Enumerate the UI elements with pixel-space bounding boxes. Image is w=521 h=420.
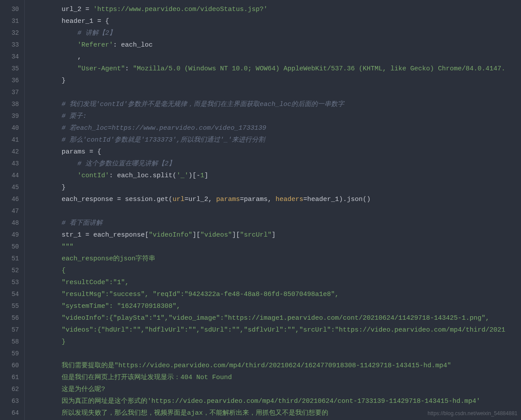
code-token: ( (172, 172, 176, 179)
code-line[interactable]: "User-Agent": "Mozilla/5.0 (Windows NT 1… (30, 63, 521, 75)
code-token: 这是为什么呢? (62, 386, 105, 393)
code-line[interactable]: "videos":{"hdUrl":"","hdflvUrl":"","sdUr… (30, 324, 521, 336)
code-token: , (77, 53, 81, 61)
line-number: 33 (0, 39, 24, 51)
code-line[interactable]: # 讲解【2】 (30, 27, 521, 39)
code-token: , (208, 196, 216, 203)
code-token: "videos" (200, 231, 232, 239)
code-token: } (62, 77, 66, 84)
code-token: url_2 (188, 196, 208, 203)
line-number: 57 (0, 324, 24, 336)
code-token: 所以发现失败了，那么我们想，视频界面是ajax，不能解析出来，用抓包又不是我们想… (62, 409, 328, 417)
code-line[interactable]: each_response的json字符串 (30, 253, 521, 265)
code-token: # 若each_loc=https://www.pearvideo.com/vi… (62, 124, 266, 132)
line-number: 63 (0, 395, 24, 407)
line-number: 39 (0, 110, 24, 122)
code-token: "resultCode":"1", (62, 279, 129, 286)
line-number: 46 (0, 194, 24, 205)
code-token: ). (339, 196, 347, 203)
code-line[interactable]: 'Referer': each_loc (30, 39, 521, 51)
code-token: get (157, 196, 169, 203)
code-line[interactable]: "systemTime": "1624770918308", (30, 300, 521, 312)
code-line[interactable]: # 栗子: (30, 110, 521, 122)
code-token: "videoInfo":{"playSta":"1","video_image"… (62, 314, 489, 322)
code-line[interactable]: params = { (30, 146, 521, 158)
code-line[interactable] (30, 348, 521, 360)
line-number: 47 (0, 205, 24, 217)
code-token: str_1 (62, 231, 81, 239)
code-token: { (62, 267, 66, 274)
code-line[interactable]: url_2 = 'https://www.pearvideo.com/video… (30, 4, 521, 15)
code-line[interactable]: , (30, 51, 521, 63)
code-line[interactable]: # 若each_loc=https://www.pearvideo.com/vi… (30, 122, 521, 134)
line-number: 43 (0, 158, 24, 170)
line-number: 36 (0, 75, 24, 87)
code-line[interactable]: 'contId': each_loc.split('_')[-1] (30, 170, 521, 182)
code-line[interactable]: "resultMsg":"success", "reqId":"9424322a… (30, 289, 521, 300)
code-token: ][ (192, 231, 200, 239)
code-line[interactable]: 我们需要提取的是"https://video.pearvideo.com/mp4… (30, 360, 521, 372)
code-token: '_' (176, 172, 188, 179)
code-line[interactable]: 因为真正的网址是这个形式的'https://video.pearvideo.co… (30, 395, 521, 407)
code-editor[interactable]: 3031323334353637383940414243444546474849… (0, 0, 521, 420)
code-token: ] (204, 172, 208, 179)
code-token: split (153, 172, 172, 179)
code-token: 'contId' (77, 172, 109, 179)
code-line[interactable]: "videoInfo":{"playSta":"1","video_image"… (30, 312, 521, 324)
line-number: 52 (0, 265, 24, 277)
code-token: . (149, 172, 153, 179)
code-token: params (62, 148, 85, 156)
code-line[interactable]: "resultCode":"1", (30, 277, 521, 289)
code-token: params (216, 196, 240, 203)
code-token: # 看下面讲解 (62, 219, 103, 227)
code-line[interactable]: # 看下面讲解 (30, 217, 521, 229)
code-token: )[- (188, 172, 200, 179)
code-token: """ (62, 243, 73, 251)
code-token: () (363, 196, 371, 203)
code-line[interactable]: 这是为什么呢? (30, 383, 521, 395)
code-token: = (113, 196, 125, 203)
code-area[interactable]: url_2 = 'https://www.pearvideo.com/video… (25, 0, 521, 420)
code-line[interactable]: } (30, 182, 521, 194)
line-number: 50 (0, 241, 24, 253)
code-token: 我们需要提取的是"https://video.pearvideo.com/mp4… (62, 362, 451, 369)
line-number: 40 (0, 122, 24, 134)
line-number: 34 (0, 51, 24, 63)
line-number: 42 (0, 146, 24, 158)
code-token: each_loc (121, 41, 153, 49)
code-line[interactable]: # 这个参数位置在哪见讲解【2】 (30, 158, 521, 170)
code-token: headers (275, 196, 303, 203)
code-token: "srcUrl" (240, 231, 272, 239)
code-token: ] (272, 231, 275, 239)
line-number: 51 (0, 253, 24, 265)
code-token: "Mozilla/5.0 (Windows NT 10.0; WOW64) Ap… (133, 65, 505, 73)
code-token: : (113, 41, 121, 49)
line-number: 35 (0, 63, 24, 75)
line-number: 64 (0, 407, 24, 419)
code-line[interactable]: each_response = session.get(url=url_2, p… (30, 194, 521, 205)
code-line[interactable]: { (30, 265, 521, 277)
code-token: header_1 (62, 18, 93, 25)
code-token: = { (85, 148, 101, 156)
code-token: # 讲解【2】 (77, 29, 116, 37)
code-token: # 栗子: (62, 113, 87, 120)
line-number: 59 (0, 348, 24, 360)
code-line[interactable]: 但是我们在网页上打开该网址发现显示：404 Not Found (30, 372, 521, 383)
code-line[interactable] (30, 205, 521, 217)
code-line[interactable]: } (30, 75, 521, 87)
line-number-gutter: 3031323334353637383940414243444546474849… (0, 0, 25, 420)
code-line[interactable]: header_1 = { (30, 15, 521, 27)
code-line[interactable]: str_1 = each_response["videoInfo"]["vide… (30, 229, 521, 241)
code-line[interactable] (30, 87, 521, 99)
line-number: 53 (0, 277, 24, 289)
code-token: = (240, 196, 244, 203)
code-line[interactable]: } (30, 336, 521, 348)
code-line[interactable]: # 我们发现'contId'参数并不是毫无规律，而是我们在主界面获取each_l… (30, 99, 521, 110)
code-token: 因为真正的网址是这个形式的'https://video.pearvideo.co… (62, 398, 480, 405)
code-line[interactable]: """ (30, 241, 521, 253)
line-number: 32 (0, 27, 24, 39)
code-token: "resultMsg":"success", "reqId":"9424322a… (62, 291, 339, 298)
code-line[interactable]: # 那么'contId'参数就是'1733373',所以我们通过'_'来进行分割 (30, 134, 521, 146)
code-token: 1 (200, 172, 204, 179)
code-token: "videos":{"hdUrl":"","hdflvUrl":"","sdUr… (62, 326, 505, 334)
